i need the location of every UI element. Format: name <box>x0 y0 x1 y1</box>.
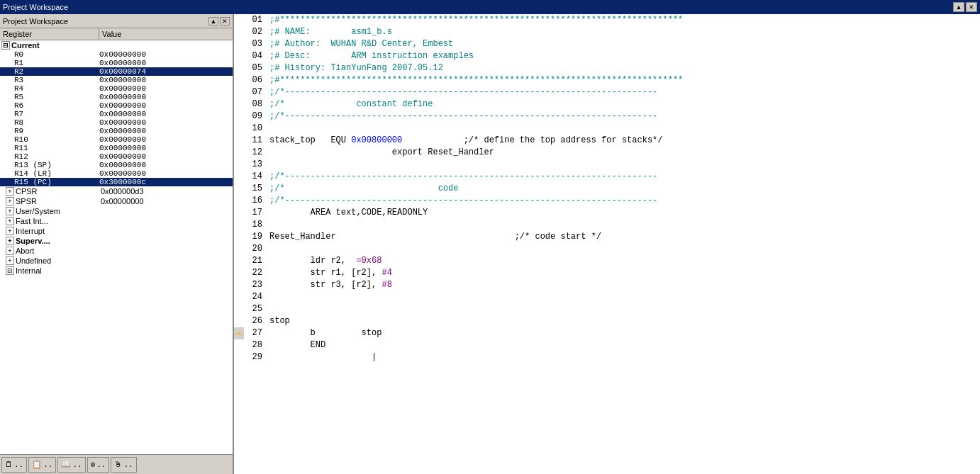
toolbar-btn-5[interactable]: 🖱 .. <box>111 457 136 473</box>
code-line-23: 23 str r3, [r2], #8 <box>234 279 980 291</box>
code-line-09: 09 ;/*----------------------------------… <box>234 111 980 123</box>
code-line-21: 21 ldr r2, =0x68 <box>234 255 980 267</box>
subgroup-spsr[interactable]: + SPSR 0x00000000 <box>0 196 233 206</box>
reg-item-r7[interactable]: R7 0x00000000 <box>0 110 233 118</box>
line-num-08: 08 <box>244 98 267 109</box>
minimize-button[interactable]: ▲ <box>953 2 964 12</box>
expand-icon-user-system[interactable]: + <box>6 207 14 215</box>
line-num-21: 21 <box>244 255 267 266</box>
line-content-23: str r3, [r2], #8 <box>267 279 980 290</box>
tree-item-internal[interactable]: ⊟ Internal <box>0 266 233 276</box>
toolbar-btn-2[interactable]: 📋 .. <box>28 457 56 473</box>
line-content-28: END <box>267 339 980 350</box>
expand-icon-spsr[interactable]: + <box>6 197 14 205</box>
code-line-18: 18 <box>234 219 980 231</box>
panel-minimize-button[interactable]: ▲ <box>208 17 218 26</box>
tree-item-label-internal: Internal <box>16 266 42 275</box>
code-area[interactable]: 01 ;#***********************************… <box>234 14 980 474</box>
reg-item-r8[interactable]: R8 0x00000000 <box>0 118 233 127</box>
tree-item-user-system[interactable]: + User/System <box>0 206 233 216</box>
close-button[interactable]: ✕ <box>966 2 977 12</box>
line-content-04: ;# Desc: ARM instruction examples <box>267 50 980 61</box>
reg-item-r0[interactable]: R0 0x00000000 <box>0 50 233 59</box>
expand-icon-cpsr[interactable]: + <box>6 187 14 196</box>
code-line-06: 06 ;#***********************************… <box>234 74 980 86</box>
value-column-header: Value <box>99 28 233 40</box>
line-num-25: 25 <box>244 303 267 314</box>
reg-item-r2[interactable]: R2 0x00000074 <box>0 67 233 76</box>
panel-close-button[interactable]: ✕ <box>220 17 230 26</box>
tree-item-label-abort: Abort <box>16 247 34 255</box>
expand-icon-superv[interactable]: + <box>6 237 14 245</box>
reg-item-r9[interactable]: R9 0x00000000 <box>0 127 233 135</box>
reg-name-r3: R3 <box>14 76 99 84</box>
reg-item-r13[interactable]: R13 (SP) 0x00000000 <box>0 161 233 169</box>
line-num-11: 11 <box>244 135 267 145</box>
line-num-17: 17 <box>244 207 267 218</box>
subgroup-cpsr[interactable]: + CPSR 0x000000d3 <box>0 186 233 196</box>
reg-item-r15[interactable]: R15 (PC) 0x3000000c <box>0 178 233 186</box>
line-content-07: ;/*-------------------------------------… <box>267 86 980 97</box>
line-num-10: 10 <box>244 123 267 133</box>
reg-item-r5[interactable]: R5 0x00000000 <box>0 93 233 101</box>
toolbar-btn-3[interactable]: 📖 .. <box>57 457 85 473</box>
reg-item-r6[interactable]: R6 0x00000000 <box>0 101 233 110</box>
left-panel-title: Project Workspace <box>3 17 68 26</box>
toolbar-btn-4[interactable]: ⚙ .. <box>87 457 110 473</box>
toolbar-label-2: .. <box>43 461 52 469</box>
code-line-04: 04 ;# Desc: ARM instruction examples <box>234 50 980 62</box>
tree-item-label-fast-int: Fast Int... <box>16 217 48 225</box>
line-content-03: ;# Author: WUHAN R&D Center, Embest <box>267 38 980 49</box>
reg-item-r3[interactable]: R3 0x00000000 <box>0 76 233 84</box>
tree-item-undefined[interactable]: + Undefined <box>0 256 233 266</box>
reg-value-r11: 0x00000000 <box>99 144 231 152</box>
line-num-07: 07 <box>244 86 267 97</box>
line-num-03: 03 <box>244 38 267 49</box>
reg-name-r11: R11 <box>14 144 99 152</box>
line-content-15: ;/* code <box>267 183 980 193</box>
reg-item-r4[interactable]: R4 0x00000000 <box>0 84 233 93</box>
reg-item-r1[interactable]: R1 0x00000000 <box>0 59 233 67</box>
reg-value-cpsr: 0x000000d3 <box>101 187 231 196</box>
line-num-26: 26 <box>244 315 267 326</box>
tree-item-interrupt[interactable]: + Interrupt <box>0 226 233 236</box>
line-num-28: 28 <box>244 339 267 350</box>
reg-name-r15: R15 (PC) <box>14 178 99 186</box>
reg-item-r14[interactable]: R14 (LR) 0x00000000 <box>0 169 233 178</box>
tree-item-label-user-system: User/System <box>16 207 60 215</box>
expand-icon-abort[interactable]: + <box>6 247 14 255</box>
line-num-15: 15 <box>244 183 267 193</box>
reg-value-r15: 0x3000000c <box>99 178 231 186</box>
expand-icon-fast-int[interactable]: + <box>6 217 14 225</box>
code-line-17: 17 AREA text,CODE,READONLY <box>234 207 980 219</box>
reg-name-r0: R0 <box>14 50 99 59</box>
register-list[interactable]: ⊟ Current R0 0x00000000 R1 0x00000000 R2… <box>0 40 233 454</box>
reg-value-r1: 0x00000000 <box>99 59 231 67</box>
expand-icon-interrupt[interactable]: + <box>6 227 14 235</box>
group-header-current[interactable]: ⊟ Current <box>0 40 233 50</box>
line-content-01: ;#**************************************… <box>267 14 980 25</box>
tree-item-abort[interactable]: + Abort <box>0 246 233 256</box>
expand-icon-internal[interactable]: ⊟ <box>6 266 14 275</box>
toolbar-label-1: .. <box>14 461 23 469</box>
code-line-26: 26 stop <box>234 315 980 327</box>
line-num-16: 16 <box>244 195 267 205</box>
expand-icon-current[interactable]: ⊟ <box>1 41 10 50</box>
code-line-05: 05 ;# History: TianYunFang 2007.05.12 <box>234 62 980 74</box>
code-line-22: 22 str r1, [r2], #4 <box>234 267 980 279</box>
reg-item-r12[interactable]: R12 0x00000000 <box>0 152 233 161</box>
code-line-25: 25 <box>234 303 980 315</box>
toolbar-btn-1[interactable]: 🗒 .. <box>1 457 27 473</box>
reg-value-r10: 0x00000000 <box>99 135 231 144</box>
tree-item-superv[interactable]: + Superv.... <box>0 236 233 246</box>
reg-item-r11[interactable]: R11 0x00000000 <box>0 144 233 152</box>
reg-value-r6: 0x00000000 <box>99 101 231 110</box>
reg-item-r10[interactable]: R10 0x00000000 <box>0 135 233 144</box>
code-line-15: 15 ;/* code <box>234 183 980 195</box>
tree-item-fast-int[interactable]: + Fast Int... <box>0 216 233 226</box>
line-content-06: ;#**************************************… <box>267 74 980 85</box>
reg-value-r0: 0x00000000 <box>99 50 231 59</box>
expand-icon-undefined[interactable]: + <box>6 256 14 265</box>
line-content-21: ldr r2, =0x68 <box>267 255 980 266</box>
code-text-23-val: #8 <box>382 280 391 290</box>
